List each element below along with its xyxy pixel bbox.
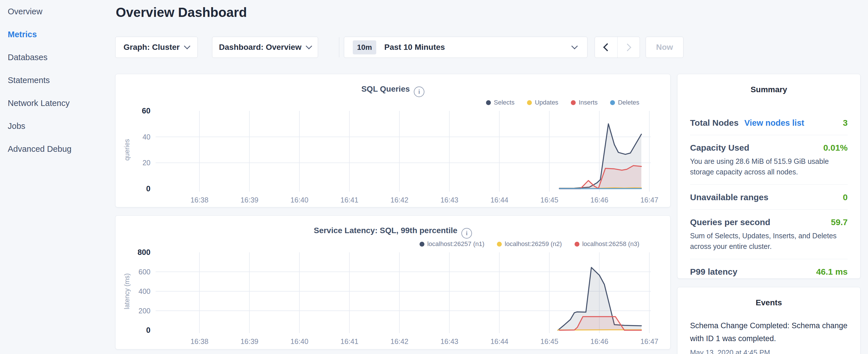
legend-dot-icon <box>575 242 580 247</box>
service-latency-chart-card: Service Latency: SQL, 99th percentilei l… <box>115 215 671 349</box>
legend-label: Selects <box>494 99 515 106</box>
legend-item[interactable]: localhost:26259 (n2) <box>497 240 562 248</box>
x-tick-label: 16:39 <box>241 337 258 345</box>
chart-legend: localhost:26257 (n1)localhost:26259 (n2)… <box>420 240 639 248</box>
sidebar-item-metrics[interactable]: Metrics <box>0 23 115 46</box>
summary-row-value: 46.1 ms <box>816 267 848 277</box>
sidebar-item-statements[interactable]: Statements <box>0 69 115 92</box>
summary-row-label: Capacity Used <box>690 143 749 153</box>
x-tick-label: 16:45 <box>540 337 559 345</box>
y-tick-label: 40 <box>143 133 150 141</box>
sidebar-item-overview[interactable]: Overview <box>0 0 115 23</box>
legend-dot-icon <box>610 100 615 105</box>
sql-queries-chart[interactable]: 16:3816:3916:4016:4116:4216:4316:4416:45… <box>116 106 671 206</box>
summary-row: Total NodesView nodes list3 <box>690 110 848 135</box>
chart-title: Service Latency: SQL, 99th percentile <box>314 226 457 235</box>
x-tick-label: 16:41 <box>340 196 359 204</box>
controls-divider <box>339 37 339 57</box>
x-tick-label: 16:40 <box>290 337 309 345</box>
summary-row-value: 0 <box>843 192 848 202</box>
summary-row: Unavailable ranges0 <box>690 185 848 210</box>
view-nodes-link[interactable]: View nodes list <box>744 118 804 128</box>
time-range-badge: 10m <box>353 40 376 55</box>
time-range-dropdown[interactable]: 10m Past 10 Minutes <box>344 37 587 58</box>
x-tick-label: 16:44 <box>490 196 508 204</box>
x-tick-label: 16:47 <box>641 337 658 345</box>
now-button-label: Now <box>656 43 673 52</box>
y-tick-label: 800 <box>137 248 150 257</box>
summary-row-label: Unavailable ranges <box>690 192 768 202</box>
sidebar-item-jobs[interactable]: Jobs <box>0 115 115 137</box>
chart-title-row: SQL Queriesi <box>116 85 670 97</box>
chevron-down-icon <box>306 43 312 50</box>
summary-panel: Summary Total NodesView nodes list3Capac… <box>677 74 861 279</box>
y-tick-label: 200 <box>138 307 150 315</box>
x-tick-label: 16:40 <box>290 196 309 204</box>
info-icon[interactable]: i <box>461 228 472 238</box>
summary-row-value: 59.7 <box>831 217 848 227</box>
now-button[interactable]: Now <box>646 37 683 58</box>
x-tick-label: 16:43 <box>440 196 459 204</box>
chart-title: SQL Queries <box>361 85 410 93</box>
legend-label: localhost:26257 (n1) <box>427 240 484 248</box>
legend-dot-icon <box>486 100 491 105</box>
time-forward-button[interactable] <box>617 37 640 58</box>
legend-label: localhost:26259 (n2) <box>505 240 562 248</box>
event-text: Schema Change Completed: Schema change w… <box>690 319 848 345</box>
time-back-button[interactable] <box>595 37 617 58</box>
legend-dot-icon <box>420 242 425 247</box>
page-title: Overview Dashboard <box>116 5 247 20</box>
y-axis-label: queries <box>123 139 131 160</box>
legend-label: Inserts <box>579 99 597 106</box>
graph-dropdown[interactable]: Graph: Cluster <box>115 37 198 58</box>
x-tick-label: 16:38 <box>191 337 209 345</box>
time-step-buttons <box>595 37 640 58</box>
summary-row-label: Queries per second <box>690 217 770 227</box>
y-axis-label: latency (ms) <box>123 273 131 309</box>
sidebar-item-network-latency[interactable]: Network Latency <box>0 92 115 115</box>
sidebar-item-databases[interactable]: Databases <box>0 46 115 69</box>
x-tick-label: 16:47 <box>641 196 658 204</box>
legend-item[interactable]: localhost:26258 (n3) <box>575 240 639 248</box>
y-tick-label: 400 <box>138 287 150 295</box>
events-title: Events <box>690 287 848 307</box>
info-icon[interactable]: i <box>414 87 425 97</box>
service-latency-chart[interactable]: 16:3816:3916:4016:4116:4216:4316:4416:45… <box>116 247 671 347</box>
summary-row-value: 3 <box>843 118 848 128</box>
chevron-right-icon <box>624 43 631 51</box>
x-tick-label: 16:38 <box>191 196 209 204</box>
sidebar-item-advanced-debug[interactable]: Advanced Debug <box>0 137 115 160</box>
event-item[interactable]: Schema Change Completed: Schema change w… <box>690 319 848 354</box>
x-tick-label: 16:44 <box>490 337 508 345</box>
legend-item[interactable]: Inserts <box>571 99 597 106</box>
legend-label: localhost:26258 (n3) <box>582 240 639 248</box>
x-tick-label: 16:41 <box>340 337 359 345</box>
time-range-label: Past 10 Minutes <box>384 43 445 52</box>
graph-dropdown-label: Graph: Cluster <box>124 43 180 52</box>
sql-queries-chart-card: SQL Queriesi SelectsUpdatesInsertsDelete… <box>115 74 671 207</box>
chevron-left-icon <box>603 43 611 51</box>
summary-row: P99 latency46.1 ms <box>690 259 848 284</box>
summary-row-description: Sum of Selects, Updates, Inserts, and De… <box>690 231 848 252</box>
summary-row-value: 0.01% <box>823 143 848 153</box>
legend-item[interactable]: Deletes <box>610 99 639 106</box>
legend-dot-icon <box>497 242 502 247</box>
chevron-down-icon <box>571 43 578 50</box>
x-tick-label: 16:45 <box>540 196 559 204</box>
legend-dot-icon <box>527 100 532 105</box>
y-tick-label: 0 <box>146 185 150 193</box>
x-tick-label: 16:46 <box>590 337 608 345</box>
y-tick-label: 600 <box>138 268 150 276</box>
summary-row-label: P99 latency <box>690 267 737 277</box>
dashboard-dropdown[interactable]: Dashboard: Overview <box>212 37 318 58</box>
x-tick-label: 16:43 <box>440 337 459 345</box>
chart-title-row: Service Latency: SQL, 99th percentilei <box>116 226 670 238</box>
x-tick-label: 16:42 <box>390 337 408 345</box>
legend-item[interactable]: Updates <box>527 99 558 106</box>
chart-legend: SelectsUpdatesInsertsDeletes <box>486 99 639 106</box>
sidebar: OverviewMetricsDatabasesStatementsNetwor… <box>0 0 115 354</box>
legend-item[interactable]: Selects <box>486 99 515 106</box>
legend-item[interactable]: localhost:26257 (n1) <box>420 240 484 248</box>
events-panel: Events Schema Change Completed: Schema c… <box>677 287 861 354</box>
chevron-down-icon <box>184 43 191 50</box>
